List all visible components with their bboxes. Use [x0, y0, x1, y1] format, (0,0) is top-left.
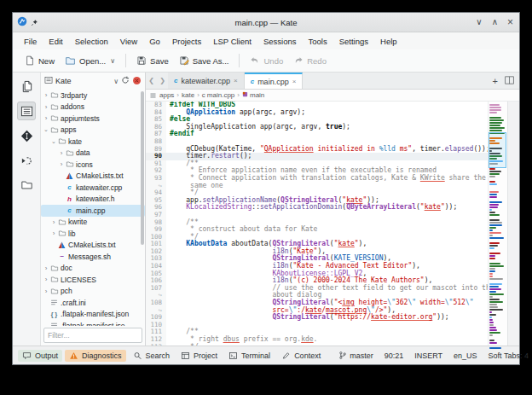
- menu-edit[interactable]: Edit: [43, 34, 68, 49]
- save-button[interactable]: Save: [131, 53, 174, 68]
- statusbar-terminal-button[interactable]: Terminal: [224, 350, 275, 362]
- tree-item-label: apps: [61, 125, 76, 134]
- project-selector-chevron-icon[interactable]: ∨: [113, 78, 119, 85]
- tree-expander-icon[interactable]: ›: [43, 264, 49, 272]
- tree-item-.flatpak-manifest.json[interactable]: { }.flatpak-manifest.json: [41, 309, 145, 321]
- tree-item-katewaiter.h[interactable]: hkatewaiter.h: [41, 194, 145, 206]
- hamburger-icon[interactable]: [149, 92, 157, 99]
- sidebar-tool-filesystem[interactable]: [17, 176, 36, 195]
- sidebar-tool-debug[interactable]: [17, 151, 36, 170]
- tree-item-messages.sh[interactable]: ~Messages.sh: [41, 251, 145, 263]
- minimap[interactable]: [488, 102, 507, 346]
- tree-item-kwrite[interactable]: ›kwrite: [41, 217, 145, 229]
- status-insert[interactable]: INSERT: [414, 351, 442, 360]
- tree-item-main.cpp[interactable]: cmain.cpp: [41, 205, 145, 217]
- sidebar-tool-projects[interactable]: [17, 102, 36, 120]
- undo-button[interactable]: Undo: [245, 53, 288, 68]
- project-name[interactable]: Kate: [55, 77, 72, 85]
- project-tree-scrollbar[interactable]: [141, 91, 144, 245]
- redo-button[interactable]: Redo: [288, 53, 332, 68]
- tree-expander-icon[interactable]: ⌄: [43, 126, 49, 133]
- statusbar-diagnostics-button[interactable]: Diagnostics: [65, 350, 126, 362]
- tab-close-icon[interactable]: ×: [234, 77, 238, 84]
- tree-expander-icon[interactable]: ›: [43, 114, 49, 122]
- tree-item-kate[interactable]: ⌄kate: [41, 136, 145, 148]
- tab-main-cpp[interactable]: cmain.cpp×: [245, 73, 304, 89]
- tab-next-icon[interactable]: ❯: [157, 73, 168, 89]
- menu-lsp-client[interactable]: LSP Client: [207, 34, 257, 49]
- status-soft-tabs-4[interactable]: Soft Tabs: 4: [489, 351, 529, 360]
- breadcrumb-separator: ›: [237, 91, 240, 99]
- menu-projects[interactable]: Projects: [166, 34, 207, 49]
- code-view[interactable]: 83#ifdef WITH_DBUS84 QApplication app(ar…: [146, 102, 488, 346]
- titlebar: main.cpp — Kate ∨∧×: [13, 13, 519, 32]
- tree-item-icons[interactable]: ›icons: [41, 159, 145, 171]
- tree-item-.flatpak-manifest.jso[interactable]: .flatpak-manifest.jso: [41, 320, 145, 326]
- statusbar-search-button[interactable]: Search: [129, 350, 175, 362]
- menu-go[interactable]: Go: [143, 34, 166, 49]
- tree-expander-icon[interactable]: ⌄: [50, 138, 57, 145]
- tree-item-cmakelists.txt[interactable]: CMakeLists.txt: [41, 171, 145, 183]
- status-master[interactable]: master: [338, 351, 373, 360]
- cpp-file-icon: c: [65, 206, 74, 214]
- menu-sessions[interactable]: Sessions: [257, 34, 303, 49]
- statusbar-output-button[interactable]: Output: [18, 350, 62, 362]
- tree-expander-icon[interactable]: ›: [43, 276, 49, 283]
- statusbar-project-button[interactable]: Project: [176, 350, 222, 362]
- sidebar-tool-git[interactable]: [17, 126, 36, 145]
- statusbar-context-button[interactable]: Context: [277, 350, 325, 362]
- tree-item-addons[interactable]: ›addons: [41, 102, 145, 113]
- open-dropdown-chevron-icon[interactable]: ∨: [110, 57, 115, 65]
- tree-expander-icon[interactable]: ›: [43, 91, 49, 99]
- tree-item-lib[interactable]: ›lib: [41, 228, 145, 240]
- tree-item-3rdparty[interactable]: ›3rdparty: [41, 90, 145, 102]
- minimize-button[interactable]: ∨: [476, 18, 482, 26]
- open-button[interactable]: Open...∨: [60, 53, 120, 68]
- tree-item-label: icons: [76, 160, 93, 169]
- status-90-21[interactable]: 90:21: [385, 351, 404, 360]
- new-tab-icon[interactable]: +: [493, 76, 498, 86]
- menu-file[interactable]: File: [18, 34, 43, 49]
- breadcrumb-item-apps[interactable]: apps: [159, 91, 174, 99]
- menu-tools[interactable]: Tools: [303, 34, 333, 49]
- tree-item-data[interactable]: ›data: [41, 148, 145, 160]
- tree-expander-icon[interactable]: ›: [58, 149, 65, 157]
- tree-item-doc[interactable]: ›doc: [41, 263, 145, 275]
- breadcrumb-item-main[interactable]: main: [242, 91, 264, 99]
- status-en-us[interactable]: en_US: [454, 351, 477, 360]
- tree-item-label: addons: [61, 102, 84, 111]
- tree-expander-icon[interactable]: ›: [43, 103, 49, 111]
- sidebar-tool-documents[interactable]: [17, 77, 36, 96]
- tree-item-pch[interactable]: ›pch: [41, 286, 145, 298]
- save-as-button[interactable]: Save As...: [174, 53, 234, 68]
- new-button[interactable]: New: [20, 53, 60, 68]
- tree-item-licenses[interactable]: ›LICENSES: [41, 274, 145, 286]
- menu-view[interactable]: View: [114, 34, 143, 49]
- project-close-icon[interactable]: [132, 76, 142, 87]
- breadcrumb-item-kate[interactable]: kate: [182, 91, 194, 99]
- tree-item-katewaiter.cpp[interactable]: ckatewaiter.cpp: [41, 182, 145, 194]
- tree-expander-icon[interactable]: ›: [43, 288, 49, 295]
- menu-help[interactable]: Help: [374, 34, 403, 49]
- pin-icon[interactable]: [31, 15, 38, 30]
- editor-scrollbar[interactable]: [507, 102, 519, 346]
- tree-expander-icon[interactable]: ›: [50, 218, 57, 226]
- tree-item-appiumtests[interactable]: ›appiumtests: [41, 113, 145, 125]
- split-view-icon[interactable]: [505, 76, 514, 86]
- maximize-button[interactable]: ∧: [492, 18, 498, 26]
- tree-item-apps[interactable]: ⌄apps: [41, 125, 145, 137]
- close-button[interactable]: ×: [507, 18, 513, 26]
- tree-item-.craft.ini[interactable]: .craft.ini: [41, 297, 145, 309]
- tree-expander-icon[interactable]: ›: [50, 229, 57, 237]
- tab-katewaiter-cpp[interactable]: ckatewaiter.cpp×: [168, 73, 245, 89]
- menu-settings[interactable]: Settings: [333, 34, 374, 49]
- tab-prev-icon[interactable]: ❮: [146, 73, 157, 89]
- tree-expander-icon[interactable]: ›: [58, 160, 65, 168]
- project-reload-icon[interactable]: [121, 76, 130, 86]
- tree-item-cmakelists.txt[interactable]: CMakeLists.txt: [41, 240, 145, 252]
- project-filter-input[interactable]: Filter...: [43, 328, 142, 343]
- minimap-viewport[interactable]: [489, 132, 506, 168]
- menu-selection[interactable]: Selection: [69, 34, 114, 49]
- breadcrumb-item-main-cpp[interactable]: cmain.cpp: [202, 91, 234, 99]
- tab-close-icon[interactable]: ×: [292, 78, 297, 85]
